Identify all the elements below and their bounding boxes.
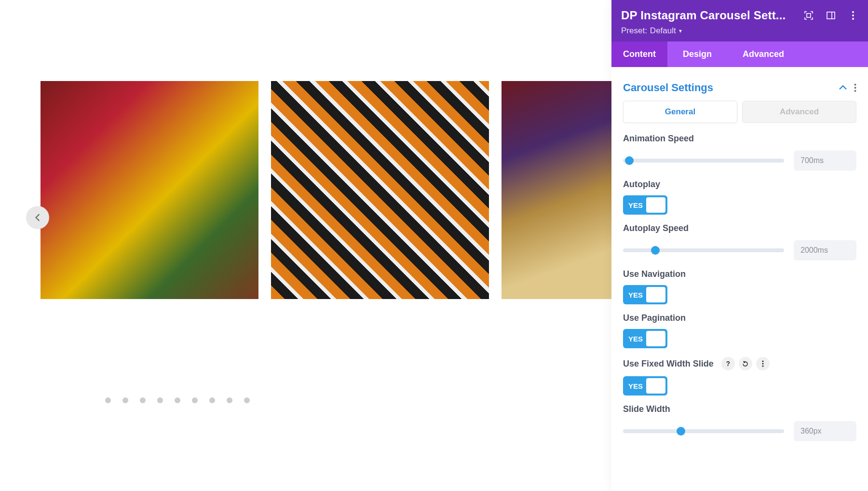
sub-tab-advanced[interactable]: Advanced	[742, 101, 856, 123]
section-title[interactable]: Carousel Settings	[623, 82, 713, 94]
toggle-yes-label: YES	[625, 291, 646, 299]
toggle-use-navigation[interactable]: YES	[623, 285, 667, 304]
field-slide-width: Slide Width 360px	[623, 404, 856, 441]
carousel-dot[interactable]	[244, 397, 250, 403]
tab-advanced[interactable]: Advanced	[727, 41, 800, 67]
expand-icon[interactable]	[803, 10, 814, 21]
toggle-knob	[646, 287, 665, 302]
toggle-yes-label: YES	[625, 382, 646, 390]
panel-tabs: Content Design Advanced	[611, 41, 868, 67]
value-slide-width[interactable]: 360px	[794, 421, 856, 441]
svg-point-3	[852, 11, 854, 13]
chevron-left-icon	[34, 214, 41, 221]
svg-point-8	[854, 90, 856, 92]
value-autoplay-speed[interactable]: 2000ms	[794, 240, 856, 260]
preset-label: Preset:	[621, 26, 647, 36]
caret-down-icon: ▾	[679, 27, 682, 34]
toggle-use-fixed-width[interactable]: YES	[623, 376, 667, 396]
tab-content[interactable]: Content	[611, 41, 667, 67]
carousel-dot[interactable]	[157, 397, 163, 403]
field-use-fixed-width: Use Fixed Width Slide ? YES	[623, 357, 856, 396]
label-use-pagination: Use Pagination	[623, 313, 856, 323]
carousel-slide[interactable]	[271, 81, 489, 299]
carousel-dot[interactable]	[105, 397, 111, 403]
collapse-section-icon[interactable]	[839, 85, 847, 91]
toggle-knob	[646, 197, 665, 213]
more-vertical-icon[interactable]	[756, 357, 770, 370]
svg-rect-0	[807, 14, 811, 17]
label-autoplay-speed: Autoplay Speed	[623, 223, 856, 233]
panel-body: Carousel Settings General Advanced Anima…	[611, 67, 868, 453]
toggle-autoplay[interactable]: YES	[623, 195, 667, 215]
column-icon[interactable]	[826, 10, 836, 21]
svg-point-11	[762, 365, 763, 367]
svg-rect-1	[827, 12, 835, 19]
panel-title: DP Instagram Carousel Sett...	[621, 9, 786, 22]
label-animation-speed: Animation Speed	[623, 134, 856, 144]
field-use-navigation: Use Navigation YES	[623, 269, 856, 304]
field-autoplay-speed: Autoplay Speed 2000ms	[623, 223, 856, 260]
label-use-fixed-width: Use Fixed Width Slide	[623, 359, 714, 369]
label-use-navigation: Use Navigation	[623, 269, 856, 279]
carousel	[41, 81, 621, 299]
more-vertical-icon[interactable]	[848, 10, 858, 21]
carousel-dot[interactable]	[122, 397, 128, 403]
panel-header: DP Instagram Carousel Sett... Preset: De…	[611, 0, 868, 41]
carousel-dot[interactable]	[209, 397, 215, 403]
carousel-slide[interactable]	[502, 81, 621, 299]
carousel-slide[interactable]	[41, 81, 258, 299]
svg-point-9	[762, 360, 763, 362]
reset-icon[interactable]	[739, 357, 752, 370]
carousel-prev-button[interactable]	[26, 206, 49, 229]
more-vertical-icon[interactable]	[854, 83, 856, 92]
svg-point-7	[854, 87, 856, 89]
sub-tab-general[interactable]: General	[623, 101, 737, 123]
svg-point-6	[854, 84, 856, 86]
slider-animation-speed[interactable]	[623, 159, 784, 163]
toggle-yes-label: YES	[625, 335, 646, 343]
carousel-dot[interactable]	[192, 397, 198, 403]
carousel-dot[interactable]	[175, 397, 180, 403]
svg-point-4	[852, 14, 854, 16]
carousel-dots	[0, 397, 355, 403]
carousel-dot[interactable]	[227, 397, 232, 403]
preview-canvas	[0, 0, 611, 491]
toggle-use-pagination[interactable]: YES	[623, 329, 667, 348]
settings-panel: DP Instagram Carousel Sett... Preset: De…	[611, 0, 868, 491]
field-use-pagination: Use Pagination YES	[623, 313, 856, 348]
carousel-dot[interactable]	[140, 397, 146, 403]
svg-point-5	[852, 18, 854, 20]
slider-autoplay-speed[interactable]	[623, 248, 784, 252]
preset-value: Default	[650, 26, 676, 36]
label-autoplay: Autoplay	[623, 179, 856, 190]
label-slide-width: Slide Width	[623, 404, 856, 414]
value-animation-speed[interactable]: 700ms	[794, 150, 856, 171]
toggle-knob	[646, 331, 665, 346]
preset-dropdown[interactable]: Preset: Default ▾	[621, 26, 682, 36]
field-animation-speed: Animation Speed 700ms	[623, 134, 856, 171]
slider-slide-width[interactable]	[623, 429, 784, 433]
tab-design[interactable]: Design	[667, 41, 727, 67]
field-autoplay: Autoplay YES	[623, 179, 856, 215]
help-icon[interactable]: ?	[721, 357, 735, 370]
svg-point-10	[762, 363, 763, 364]
toggle-knob	[646, 378, 665, 394]
sub-tabs: General Advanced	[623, 101, 856, 123]
toggle-yes-label: YES	[625, 201, 646, 209]
